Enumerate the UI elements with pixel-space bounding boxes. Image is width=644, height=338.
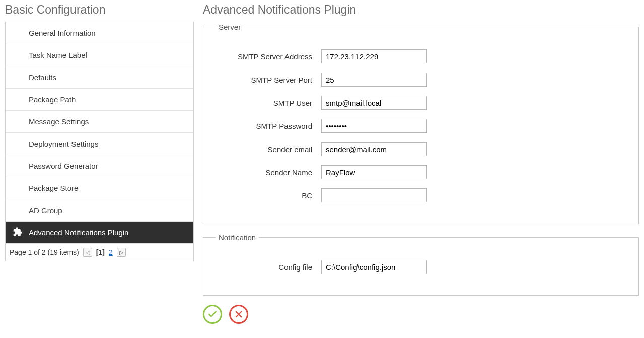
sidebar-item-package-path[interactable]: Package Path	[6, 89, 193, 111]
pager-next-button[interactable]: ▷	[117, 248, 126, 257]
basic-config-title: Basic Configuration	[5, 3, 194, 17]
sidebar-item-message-settings[interactable]: Message Settings	[6, 111, 193, 133]
notification-fieldset: Notification Config file	[203, 233, 639, 296]
close-icon	[234, 310, 243, 319]
smtp-address-input[interactable]	[321, 49, 427, 63]
smtp-address-label: SMTP Server Address	[216, 52, 321, 61]
server-fieldset: Server SMTP Server Address SMTP Server P…	[203, 23, 639, 224]
smtp-port-input[interactable]	[321, 73, 427, 87]
pager-summary: Page 1 of 2 (19 items)	[10, 248, 79, 256]
config-file-input[interactable]	[321, 260, 427, 274]
sidebar-item-password-generator[interactable]: Password Generator	[6, 155, 193, 177]
smtp-port-label: SMTP Server Port	[216, 76, 321, 84]
pager-current-page: [1]	[96, 248, 105, 256]
config-category-list: General Information Task Name Label Defa…	[5, 22, 194, 261]
cancel-button[interactable]	[229, 305, 248, 324]
sidebar-item-task-name-label[interactable]: Task Name Label	[6, 44, 193, 66]
server-legend: Server	[216, 23, 244, 31]
config-file-label: Config file	[216, 263, 321, 272]
smtp-password-label: SMTP Password	[216, 122, 321, 130]
sidebar-item-general-information[interactable]: General Information	[6, 22, 193, 44]
sidebar-item-ad-group[interactable]: AD Group	[6, 199, 193, 222]
pager: Page 1 of 2 (19 items) ◁ [1] 2 ▷	[6, 244, 193, 261]
bc-input[interactable]	[321, 188, 427, 202]
plugin-title: Advanced Notifications Plugin	[203, 3, 639, 17]
smtp-user-input[interactable]	[321, 96, 427, 110]
notification-legend: Notification	[216, 233, 259, 242]
sender-email-input[interactable]	[321, 142, 427, 156]
bc-label: BC	[216, 191, 321, 200]
sender-name-input[interactable]	[321, 165, 427, 179]
smtp-user-label: SMTP User	[216, 99, 321, 107]
confirm-button[interactable]	[203, 305, 222, 324]
pager-prev-button[interactable]: ◁	[83, 248, 92, 257]
pager-page-2-link[interactable]: 2	[109, 248, 113, 256]
sidebar-item-label: Advanced Notifications Plugin	[29, 228, 128, 237]
sender-name-label: Sender Name	[216, 168, 321, 177]
sidebar-item-advanced-notifications-plugin[interactable]: Advanced Notifications Plugin	[6, 222, 193, 244]
sidebar-item-package-store[interactable]: Package Store	[6, 177, 193, 199]
smtp-password-input[interactable]	[321, 119, 427, 133]
sender-email-label: Sender email	[216, 145, 321, 154]
plugin-icon	[13, 227, 23, 238]
check-icon	[207, 309, 218, 319]
sidebar-item-deployment-settings[interactable]: Deployment Settings	[6, 133, 193, 155]
sidebar-item-defaults[interactable]: Defaults	[6, 66, 193, 89]
